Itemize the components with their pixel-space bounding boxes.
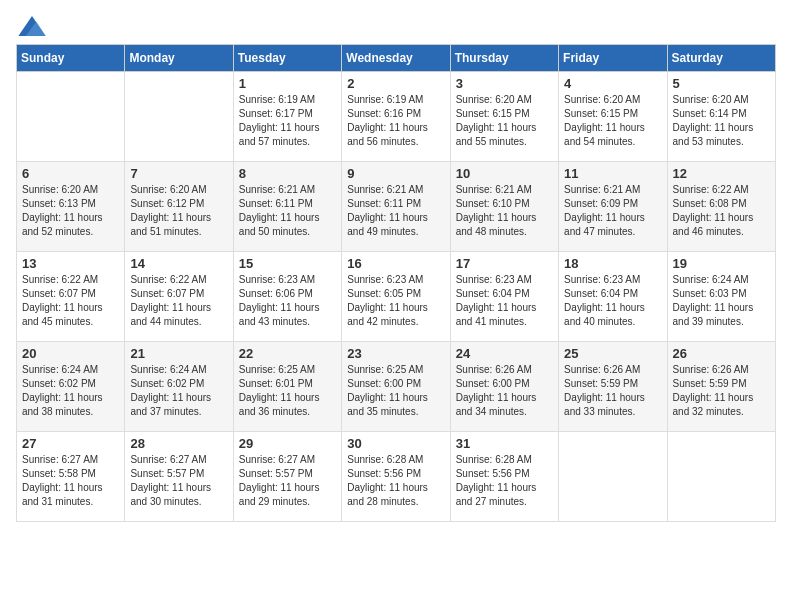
cell-content: Sunrise: 6:22 AM Sunset: 6:07 PM Dayligh…	[22, 273, 119, 329]
day-number: 31	[456, 436, 553, 451]
calendar-cell: 10Sunrise: 6:21 AM Sunset: 6:10 PM Dayli…	[450, 162, 558, 252]
calendar-cell: 12Sunrise: 6:22 AM Sunset: 6:08 PM Dayli…	[667, 162, 775, 252]
day-number: 25	[564, 346, 661, 361]
calendar-cell: 7Sunrise: 6:20 AM Sunset: 6:12 PM Daylig…	[125, 162, 233, 252]
calendar-cell: 22Sunrise: 6:25 AM Sunset: 6:01 PM Dayli…	[233, 342, 341, 432]
day-number: 19	[673, 256, 770, 271]
calendar-cell: 11Sunrise: 6:21 AM Sunset: 6:09 PM Dayli…	[559, 162, 667, 252]
day-number: 8	[239, 166, 336, 181]
calendar-cell: 31Sunrise: 6:28 AM Sunset: 5:56 PM Dayli…	[450, 432, 558, 522]
cell-content: Sunrise: 6:23 AM Sunset: 6:04 PM Dayligh…	[564, 273, 661, 329]
day-number: 10	[456, 166, 553, 181]
calendar-cell: 1Sunrise: 6:19 AM Sunset: 6:17 PM Daylig…	[233, 72, 341, 162]
calendar-cell	[125, 72, 233, 162]
cell-content: Sunrise: 6:21 AM Sunset: 6:10 PM Dayligh…	[456, 183, 553, 239]
calendar-cell	[667, 432, 775, 522]
day-number: 23	[347, 346, 444, 361]
cell-content: Sunrise: 6:21 AM Sunset: 6:11 PM Dayligh…	[347, 183, 444, 239]
day-number: 28	[130, 436, 227, 451]
day-number: 1	[239, 76, 336, 91]
calendar-cell: 2Sunrise: 6:19 AM Sunset: 6:16 PM Daylig…	[342, 72, 450, 162]
calendar-cell	[17, 72, 125, 162]
calendar-cell: 8Sunrise: 6:21 AM Sunset: 6:11 PM Daylig…	[233, 162, 341, 252]
day-header-thursday: Thursday	[450, 45, 558, 72]
calendar-cell: 4Sunrise: 6:20 AM Sunset: 6:15 PM Daylig…	[559, 72, 667, 162]
calendar-cell: 25Sunrise: 6:26 AM Sunset: 5:59 PM Dayli…	[559, 342, 667, 432]
calendar-cell: 20Sunrise: 6:24 AM Sunset: 6:02 PM Dayli…	[17, 342, 125, 432]
calendar-table: SundayMondayTuesdayWednesdayThursdayFrid…	[16, 44, 776, 522]
day-header-friday: Friday	[559, 45, 667, 72]
day-header-saturday: Saturday	[667, 45, 775, 72]
calendar-cell: 23Sunrise: 6:25 AM Sunset: 6:00 PM Dayli…	[342, 342, 450, 432]
cell-content: Sunrise: 6:22 AM Sunset: 6:07 PM Dayligh…	[130, 273, 227, 329]
calendar-week-4: 20Sunrise: 6:24 AM Sunset: 6:02 PM Dayli…	[17, 342, 776, 432]
day-number: 22	[239, 346, 336, 361]
calendar-cell: 16Sunrise: 6:23 AM Sunset: 6:05 PM Dayli…	[342, 252, 450, 342]
cell-content: Sunrise: 6:24 AM Sunset: 6:03 PM Dayligh…	[673, 273, 770, 329]
calendar-cell: 6Sunrise: 6:20 AM Sunset: 6:13 PM Daylig…	[17, 162, 125, 252]
cell-content: Sunrise: 6:20 AM Sunset: 6:12 PM Dayligh…	[130, 183, 227, 239]
day-number: 27	[22, 436, 119, 451]
calendar-cell: 5Sunrise: 6:20 AM Sunset: 6:14 PM Daylig…	[667, 72, 775, 162]
calendar-cell	[559, 432, 667, 522]
day-number: 11	[564, 166, 661, 181]
day-number: 30	[347, 436, 444, 451]
day-number: 17	[456, 256, 553, 271]
cell-content: Sunrise: 6:19 AM Sunset: 6:17 PM Dayligh…	[239, 93, 336, 149]
calendar-cell: 3Sunrise: 6:20 AM Sunset: 6:15 PM Daylig…	[450, 72, 558, 162]
cell-content: Sunrise: 6:25 AM Sunset: 6:00 PM Dayligh…	[347, 363, 444, 419]
day-number: 13	[22, 256, 119, 271]
day-number: 21	[130, 346, 227, 361]
calendar-cell: 9Sunrise: 6:21 AM Sunset: 6:11 PM Daylig…	[342, 162, 450, 252]
cell-content: Sunrise: 6:20 AM Sunset: 6:15 PM Dayligh…	[456, 93, 553, 149]
day-number: 9	[347, 166, 444, 181]
calendar-cell: 14Sunrise: 6:22 AM Sunset: 6:07 PM Dayli…	[125, 252, 233, 342]
header	[16, 16, 776, 32]
cell-content: Sunrise: 6:22 AM Sunset: 6:08 PM Dayligh…	[673, 183, 770, 239]
day-header-sunday: Sunday	[17, 45, 125, 72]
cell-content: Sunrise: 6:26 AM Sunset: 5:59 PM Dayligh…	[564, 363, 661, 419]
logo	[16, 16, 46, 32]
cell-content: Sunrise: 6:23 AM Sunset: 6:06 PM Dayligh…	[239, 273, 336, 329]
header-row: SundayMondayTuesdayWednesdayThursdayFrid…	[17, 45, 776, 72]
calendar-cell: 15Sunrise: 6:23 AM Sunset: 6:06 PM Dayli…	[233, 252, 341, 342]
day-number: 24	[456, 346, 553, 361]
cell-content: Sunrise: 6:27 AM Sunset: 5:57 PM Dayligh…	[239, 453, 336, 509]
calendar-week-5: 27Sunrise: 6:27 AM Sunset: 5:58 PM Dayli…	[17, 432, 776, 522]
day-number: 4	[564, 76, 661, 91]
calendar-cell: 24Sunrise: 6:26 AM Sunset: 6:00 PM Dayli…	[450, 342, 558, 432]
cell-content: Sunrise: 6:28 AM Sunset: 5:56 PM Dayligh…	[456, 453, 553, 509]
cell-content: Sunrise: 6:27 AM Sunset: 5:57 PM Dayligh…	[130, 453, 227, 509]
day-number: 6	[22, 166, 119, 181]
day-number: 12	[673, 166, 770, 181]
logo-icon	[18, 16, 46, 36]
cell-content: Sunrise: 6:25 AM Sunset: 6:01 PM Dayligh…	[239, 363, 336, 419]
cell-content: Sunrise: 6:20 AM Sunset: 6:15 PM Dayligh…	[564, 93, 661, 149]
cell-content: Sunrise: 6:20 AM Sunset: 6:14 PM Dayligh…	[673, 93, 770, 149]
cell-content: Sunrise: 6:27 AM Sunset: 5:58 PM Dayligh…	[22, 453, 119, 509]
calendar-week-3: 13Sunrise: 6:22 AM Sunset: 6:07 PM Dayli…	[17, 252, 776, 342]
calendar-cell: 21Sunrise: 6:24 AM Sunset: 6:02 PM Dayli…	[125, 342, 233, 432]
day-number: 3	[456, 76, 553, 91]
day-header-monday: Monday	[125, 45, 233, 72]
calendar-cell: 28Sunrise: 6:27 AM Sunset: 5:57 PM Dayli…	[125, 432, 233, 522]
calendar-cell: 30Sunrise: 6:28 AM Sunset: 5:56 PM Dayli…	[342, 432, 450, 522]
cell-content: Sunrise: 6:20 AM Sunset: 6:13 PM Dayligh…	[22, 183, 119, 239]
day-header-tuesday: Tuesday	[233, 45, 341, 72]
calendar-cell: 13Sunrise: 6:22 AM Sunset: 6:07 PM Dayli…	[17, 252, 125, 342]
day-header-wednesday: Wednesday	[342, 45, 450, 72]
day-number: 7	[130, 166, 227, 181]
cell-content: Sunrise: 6:19 AM Sunset: 6:16 PM Dayligh…	[347, 93, 444, 149]
day-number: 29	[239, 436, 336, 451]
day-number: 20	[22, 346, 119, 361]
cell-content: Sunrise: 6:24 AM Sunset: 6:02 PM Dayligh…	[130, 363, 227, 419]
cell-content: Sunrise: 6:23 AM Sunset: 6:05 PM Dayligh…	[347, 273, 444, 329]
day-number: 15	[239, 256, 336, 271]
cell-content: Sunrise: 6:26 AM Sunset: 5:59 PM Dayligh…	[673, 363, 770, 419]
cell-content: Sunrise: 6:24 AM Sunset: 6:02 PM Dayligh…	[22, 363, 119, 419]
calendar-cell: 19Sunrise: 6:24 AM Sunset: 6:03 PM Dayli…	[667, 252, 775, 342]
cell-content: Sunrise: 6:21 AM Sunset: 6:11 PM Dayligh…	[239, 183, 336, 239]
cell-content: Sunrise: 6:21 AM Sunset: 6:09 PM Dayligh…	[564, 183, 661, 239]
cell-content: Sunrise: 6:23 AM Sunset: 6:04 PM Dayligh…	[456, 273, 553, 329]
day-number: 5	[673, 76, 770, 91]
